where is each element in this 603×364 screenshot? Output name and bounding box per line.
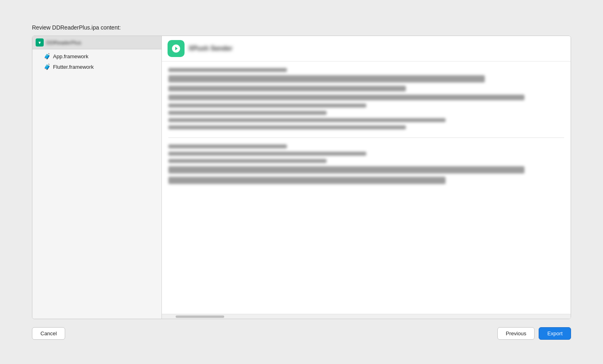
dialog-footer: Cancel Previous Export (32, 327, 571, 340)
blurred-text-2 (168, 86, 406, 91)
item-label: App.framework (53, 53, 88, 59)
blurred-text-3 (168, 95, 524, 100)
cancel-button[interactable]: Cancel (32, 327, 65, 340)
app-icon (168, 40, 185, 57)
scrollbar-thumb (176, 315, 224, 318)
tree-root-label: DDReaderPlus (46, 40, 81, 46)
section-1 (168, 68, 564, 129)
section-divider (168, 138, 564, 138)
blurred-row-3 (168, 166, 524, 174)
blurred-label-2 (168, 144, 287, 148)
blurred-row-1 (168, 152, 366, 156)
horizontal-scrollbar[interactable] (162, 314, 571, 319)
tree-children: 🧳 App.framework 🧳 Flutter.framework (32, 49, 161, 74)
dialog: Review DDReaderPlus.ipa content: ▼ DDRea… (22, 16, 581, 348)
app-icon-svg (171, 44, 181, 53)
folder-icon: 🧳 (44, 53, 51, 59)
app-folder-icon: ▼ (36, 38, 44, 47)
blurred-row-4 (168, 177, 446, 184)
blurred-text-6 (168, 118, 446, 122)
blurred-label (168, 68, 287, 72)
item-label: Flutter.framework (53, 64, 93, 70)
app-name-label: XPush Sender (189, 45, 232, 52)
list-item[interactable]: 🧳 App.framework (32, 51, 161, 61)
content-panel: XPush Sender (162, 36, 571, 319)
blurred-text-4 (168, 104, 366, 108)
list-item[interactable]: 🧳 Flutter.framework (32, 61, 161, 72)
content-header: XPush Sender (162, 36, 571, 61)
folder-icon: 🧳 (44, 63, 51, 70)
blurred-text-5 (168, 111, 327, 115)
export-button[interactable]: Export (539, 327, 571, 340)
blurred-text-1 (168, 75, 485, 83)
blurred-row-2 (168, 159, 327, 163)
blurred-text-7 (168, 125, 406, 129)
previous-button[interactable]: Previous (497, 327, 535, 340)
file-tree: ▼ DDReaderPlus 🧳 App.framework 🧳 Flutter… (32, 36, 162, 319)
content-body[interactable] (162, 61, 571, 314)
section-2 (168, 144, 564, 184)
footer-right: Previous Export (497, 327, 571, 340)
dialog-title: Review DDReaderPlus.ipa content: (32, 24, 571, 31)
tree-root-item[interactable]: ▼ DDReaderPlus (32, 36, 161, 49)
dialog-body: ▼ DDReaderPlus 🧳 App.framework 🧳 Flutter… (32, 36, 571, 319)
